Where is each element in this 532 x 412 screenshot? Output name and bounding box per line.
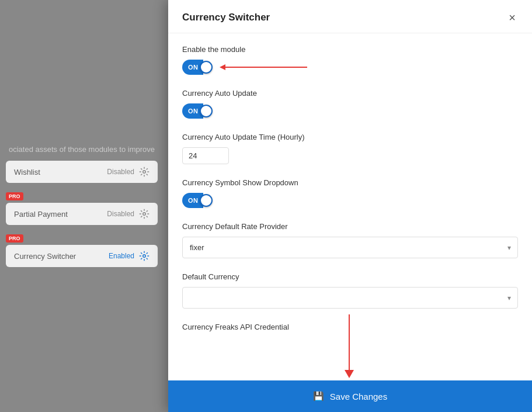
partial-payment-card: Partial Payment Disabled	[6, 203, 158, 225]
modal-header: Currency Switcher ×	[168, 0, 532, 33]
modal-title: Currency Switcher	[182, 12, 270, 23]
save-icon: 💾	[313, 391, 324, 401]
default-currency-label: Default Currency	[182, 272, 518, 281]
svg-marker-4	[220, 64, 225, 70]
gear-icon-partial	[139, 209, 149, 219]
currency-default-rate-provider-container: fixer ecb openexchangerates ▾	[182, 237, 518, 258]
right-arrow-annotation	[220, 63, 313, 71]
down-arrow-line	[349, 314, 350, 370]
partial-payment-label: Partial Payment	[14, 210, 68, 219]
currency-auto-update-time-section: Currency Auto Update Time (Hourly)	[182, 133, 518, 164]
partial-payment-section: PRO Partial Payment Disabled	[6, 190, 158, 225]
svg-point-1	[143, 213, 146, 216]
svg-point-2	[143, 255, 146, 258]
currency-auto-update-time-label: Currency Auto Update Time (Hourly)	[182, 133, 518, 141]
enable-module-label: Enable the module	[182, 45, 518, 54]
currency-auto-update-label: Currency Auto Update	[182, 89, 518, 98]
currency-default-rate-provider-select[interactable]: fixer ecb openexchangerates	[182, 237, 518, 258]
gear-icon	[139, 167, 149, 177]
currency-symbol-dropdown-label: Currency Symbol Show Dropdown	[182, 178, 518, 187]
background-overlay: ociated assets of those modules to impro…	[0, 0, 169, 412]
pro-badge-partial: PRO	[6, 192, 23, 200]
gear-icon-currency	[139, 251, 149, 261]
arrow-annotation	[220, 63, 313, 71]
currency-symbol-dropdown-toggle[interactable]: ON	[182, 193, 213, 208]
currency-switcher-card: Currency Switcher Enabled	[6, 245, 158, 267]
currency-auto-update-toggle[interactable]: ON	[182, 103, 213, 119]
wishlist-status: Disabled	[107, 168, 134, 176]
partial-payment-status: Disabled	[107, 210, 134, 218]
save-label: Save Changes	[330, 392, 387, 401]
pro-badge-currency: PRO	[6, 234, 23, 243]
wishlist-label: Wishlist	[14, 168, 40, 176]
currency-switcher-section: PRO Currency Switcher Enabled	[6, 232, 158, 267]
currency-default-rate-provider-section: Currency Default Rate Provider fixer ecb…	[182, 222, 518, 258]
currency-symbol-dropdown-section: Currency Symbol Show Dropdown ON	[182, 178, 518, 208]
bg-description-text: ociated assets of those modules to impro…	[6, 145, 155, 154]
default-currency-select[interactable]	[182, 287, 518, 309]
currency-auto-update-section: Currency Auto Update ON	[182, 89, 518, 119]
close-button[interactable]: ×	[506, 12, 518, 23]
down-arrow-head	[345, 370, 354, 378]
toggle-knob	[200, 61, 213, 74]
save-changes-button[interactable]: 💾 Save Changes	[168, 380, 532, 412]
currency-switcher-label: Currency Switcher	[14, 252, 76, 261]
svg-point-0	[143, 171, 146, 174]
toggle-knob-3	[200, 194, 213, 207]
toggle-knob-2	[200, 105, 213, 117]
modal-panel: Currency Switcher × Enable the module ON	[168, 0, 532, 412]
modal-footer: 💾 Save Changes	[168, 380, 532, 412]
currency-default-rate-provider-label: Currency Default Rate Provider	[182, 222, 518, 231]
default-currency-container: ▾	[182, 287, 518, 309]
down-arrow-annotation	[345, 314, 354, 378]
enable-module-toggle[interactable]: ON	[182, 60, 213, 75]
default-currency-section: Default Currency ▾	[182, 272, 518, 309]
currency-auto-update-time-input[interactable]	[182, 147, 229, 164]
wishlist-card: Wishlist Disabled	[6, 161, 158, 183]
currency-switcher-status: Enabled	[109, 252, 134, 260]
enable-module-row: ON	[182, 60, 518, 75]
enable-module-section: Enable the module ON	[182, 45, 518, 75]
